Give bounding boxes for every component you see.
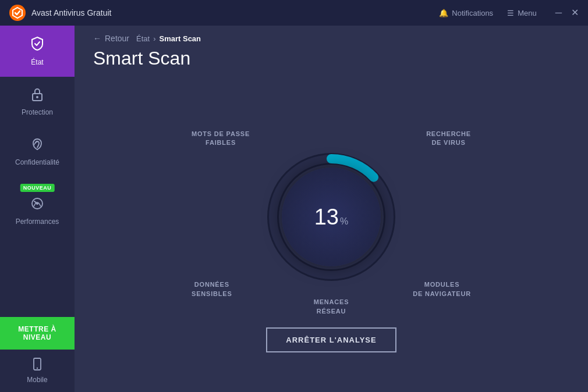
sidebar-item-mobile[interactable]: Mobile: [0, 350, 75, 392]
scan-labels-container: MOTS DE PASSE FAIBLES RECHERCHE DE VIRUS…: [168, 118, 494, 316]
breadcrumb-parent: État: [136, 34, 150, 43]
sidebar-etat-label: État: [31, 58, 43, 66]
back-arrow-icon: ←: [93, 34, 101, 43]
bell-icon: 🔔: [439, 9, 448, 17]
sidebar-item-performances[interactable]: NOUVEAU Performances: [0, 177, 75, 236]
progress-display: 13 %: [314, 206, 349, 228]
notifications-button[interactable]: 🔔 Notifications: [439, 9, 493, 17]
label-mots-de-passe: MOTS DE PASSE FAIBLES: [192, 130, 250, 148]
sidebar: État Protection: [0, 26, 75, 392]
minimize-button[interactable]: ─: [555, 8, 562, 17]
progress-circle: 13 %: [267, 153, 395, 281]
percent-symbol: %: [340, 216, 348, 227]
sidebar-item-etat[interactable]: État: [0, 26, 75, 77]
stop-scan-button[interactable]: ARRÊTER L'ANALYSE: [266, 327, 396, 352]
sidebar-mobile-label: Mobile: [27, 376, 47, 384]
app-title: Avast Antivirus Gratuit: [31, 8, 111, 17]
scan-area: MOTS DE PASSE FAIBLES RECHERCHE DE VIRUS…: [75, 79, 588, 392]
logo-area: Avast Antivirus Gratuit: [9, 5, 439, 21]
sidebar-item-protection[interactable]: Protection: [0, 77, 75, 127]
page-title-area: Smart Scan: [75, 43, 588, 79]
main-layout: État Protection: [0, 26, 588, 392]
label-modules-navigateur: MODULES DE NAVIGATEUR: [413, 280, 471, 298]
close-button[interactable]: ✕: [571, 8, 579, 17]
page-title: Smart Scan: [93, 48, 569, 69]
fingerprint-icon: [30, 137, 44, 154]
nouveau-badge: NOUVEAU: [20, 184, 55, 192]
menu-icon: ☰: [507, 9, 514, 17]
svg-point-2: [36, 96, 38, 98]
label-menaces-reseau: MENACES RÉSEAU: [314, 298, 349, 316]
back-label: Retour: [105, 34, 129, 43]
sidebar-performances-label: Performances: [16, 218, 59, 226]
svg-point-6: [37, 368, 38, 369]
window-controls: ─ ✕: [555, 8, 579, 17]
shield-icon: [30, 36, 45, 54]
breadcrumb: ← Retour État › Smart Scan: [75, 26, 588, 43]
lock-icon: [31, 87, 44, 104]
titlebar-actions: 🔔 Notifications ☰ Menu ─ ✕: [439, 8, 579, 17]
menu-button[interactable]: ☰ Menu: [507, 9, 537, 17]
circle-inner: 13 %: [282, 168, 381, 266]
sidebar-protection-label: Protection: [22, 108, 53, 116]
titlebar: Avast Antivirus Gratuit 🔔 Notifications …: [0, 0, 588, 26]
breadcrumb-current: Smart Scan: [160, 34, 201, 43]
sidebar-item-confidentialite[interactable]: Confidentialité: [0, 127, 75, 177]
gauge-icon: [30, 197, 44, 213]
upgrade-button[interactable]: METTRE À NIVEAU: [0, 317, 75, 350]
mobile-icon: [31, 358, 43, 372]
content-area: ← Retour État › Smart Scan Smart Scan MO…: [75, 26, 588, 392]
progress-value: 13: [314, 206, 339, 228]
label-recherche-virus: RECHERCHE DE VIRUS: [426, 130, 471, 148]
back-button[interactable]: ← Retour: [93, 34, 129, 43]
breadcrumb-arrow: ›: [153, 34, 155, 43]
sidebar-confidentialite-label: Confidentialité: [15, 158, 59, 166]
avast-logo-icon: [9, 5, 26, 21]
label-donnees-sensibles: DONNÉES SENSIBLES: [192, 280, 232, 298]
